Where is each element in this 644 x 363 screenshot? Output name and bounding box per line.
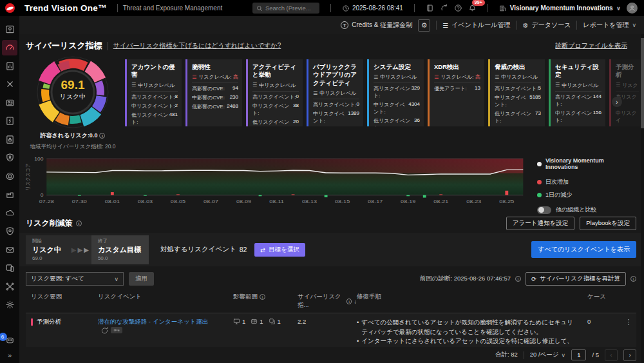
nav-zero-trust[interactable] — [2, 150, 17, 166]
search-input[interactable]: Search (Previe... — [252, 3, 319, 14]
nav-reports[interactable] — [2, 58, 17, 74]
release-notes-button[interactable] — [426, 4, 434, 12]
nav-ot-security[interactable] — [2, 187, 17, 202]
vertical-scrollbar[interactable] — [641, 34, 644, 363]
left-nav: 6 » — [0, 16, 19, 363]
compare-orgs-toggle[interactable] — [537, 206, 551, 214]
map-pin-icon — [5, 25, 15, 34]
goal-end-label: 終了 — [98, 238, 141, 244]
risk-score: 69.1 — [35, 79, 111, 91]
cards-scroll-right-button[interactable]: › — [612, 97, 622, 107]
nav-email-security[interactable] — [2, 242, 17, 257]
list-icon: ☰ — [442, 22, 448, 29]
attack-path-icon[interactable] — [101, 327, 108, 334]
nav-cloud-security[interactable] — [2, 205, 17, 221]
lightning-doc-icon — [5, 116, 15, 126]
risk-trend-section: 1000リスクスコア07-2807-3008-0108-0308-0508-07… — [19, 152, 644, 211]
increase-series-dot — [537, 180, 542, 184]
recalculate-button[interactable]: ⟳ サイバーリスク指標を再計算 — [526, 272, 626, 286]
nav-network[interactable] — [2, 168, 17, 184]
nav-automation[interactable] — [2, 113, 17, 129]
col-remediation[interactable]: 修復手順 — [357, 293, 381, 301]
current-page-input[interactable]: 1 — [571, 349, 586, 360]
help-button[interactable] — [454, 4, 462, 12]
monitor-icon — [233, 318, 240, 325]
card-title: アカウントの侵害 — [131, 63, 178, 79]
card-cloud-app-activity[interactable]: パブリッククラウドアプリのアクティビティ ☰中リスクレベル 高リスクイベント:0… — [307, 59, 363, 126]
nav-attack-surface[interactable] — [2, 21, 17, 37]
info-icon[interactable] — [76, 221, 82, 226]
cloud-icon — [5, 208, 15, 218]
svg-text:08-15: 08-15 — [335, 199, 350, 204]
col-risk-factor[interactable]: リスク要因 — [31, 293, 62, 301]
credits-settings-button[interactable]: ⚙ — [418, 19, 430, 32]
chart-doc-icon — [5, 61, 15, 71]
org-series-label: Visionary Momentum Innovations — [545, 157, 638, 170]
key-icon — [113, 328, 120, 333]
nav-policy[interactable] — [2, 132, 17, 147]
last-scan-label: 前回の診断: 2025-08-26 07:46:57 — [420, 275, 511, 283]
col-risk-event[interactable]: リスクイベント — [98, 293, 142, 301]
user-avatar[interactable] — [627, 3, 638, 14]
risk-event-link[interactable]: 潜在的な攻撃経路 - インターネット露出 — [98, 318, 209, 325]
nav-endpoint-security[interactable] — [2, 224, 17, 239]
swap-icon: ⇄ — [260, 246, 265, 253]
sidebar-expand-button[interactable]: » — [8, 351, 12, 359]
credits-button[interactable]: T Credits & 従量課金制 — [341, 21, 412, 30]
card-system-configuration[interactable]: システム設定 ☰中リスクレベル 高リスクイベント:329 中リスクイベント:43… — [367, 59, 424, 126]
support-button[interactable] — [440, 4, 448, 12]
top-bar: Trend Vision One™ Threat and Exposure Ma… — [0, 0, 644, 16]
card-threat-detection[interactable]: 脅威の検出 ☰中リスクレベル 高リスクイベント:5 中リスクイベント:5185 … — [488, 59, 545, 126]
info-icon[interactable] — [260, 294, 265, 300]
app-name: Threat and Exposure Management — [123, 5, 223, 12]
info-icon[interactable] — [515, 276, 521, 282]
risk-trend-chart[interactable]: 1000リスクスコア07-2807-3008-0108-0308-0508-07… — [23, 153, 529, 211]
card-vulnerabilities[interactable]: 脆弱性 ☰リスクレベル: 高 高影響のCVE:94 中影響のCVE:230 低影… — [185, 59, 242, 126]
nav-settings[interactable] — [2, 297, 17, 313]
risk-factor-filter-select[interactable]: リスク要因: すべて ∨ — [26, 272, 124, 286]
risk-gauge[interactable]: 69.1 リスク中 — [35, 55, 111, 129]
manage-reports-button[interactable]: レポートを管理 ∨ — [583, 21, 636, 30]
per-page-select[interactable]: 20 /ページ ∨ — [530, 351, 565, 359]
goal-end-value: 50.0 — [98, 255, 141, 261]
data-sources-button[interactable]: ⚙ データソース — [523, 21, 571, 30]
next-page-button[interactable]: › — [623, 349, 636, 361]
col-cases[interactable]: ケース — [587, 293, 606, 301]
scan-profile-link[interactable]: 診断プロファイルを表示 — [555, 41, 627, 50]
nav-mobile-security[interactable] — [2, 260, 17, 276]
event-rules-button[interactable]: ☰ イベントルール管理 — [442, 21, 510, 30]
key-chip[interactable] — [111, 327, 122, 333]
info-icon[interactable] — [346, 299, 352, 304]
card-xdr-detection[interactable]: XDR検出 ☰リスクレベル: 高 優先アラート:13 — [428, 59, 484, 126]
row-menu-button[interactable]: ⋮ — [621, 318, 636, 326]
nav-service-mesh[interactable] — [2, 279, 17, 294]
info-icon[interactable] — [99, 133, 105, 139]
playbook-settings-button[interactable]: Playbookを設定 — [580, 217, 636, 230]
info-icon[interactable] — [630, 276, 636, 282]
clock-icon — [342, 5, 350, 12]
scrollbar-thumb[interactable] — [641, 38, 644, 128]
nav-identity[interactable] — [2, 95, 17, 110]
nav-xdr[interactable] — [2, 77, 17, 92]
lower-risk-help-link[interactable]: サイバーリスク指標を下げるにはどうすればよいですか? — [113, 41, 281, 50]
gear-icon: ⚙ — [421, 21, 428, 30]
assistant-button[interactable]: 6 — [5, 335, 15, 348]
nav-risk-index-active[interactable] — [2, 40, 17, 55]
apply-filter-button[interactable]: 適用 — [129, 272, 154, 286]
svg-text:100: 100 — [34, 157, 43, 162]
card-activity-behavior[interactable]: アクティビティと挙動 ☰中リスクレベル 高リスクイベント:0 中リスクイベント:… — [246, 59, 303, 126]
shield-user-icon — [5, 153, 15, 162]
col-risk-score[interactable]: サイバーリスク指... — [298, 293, 345, 309]
select-goal-button[interactable]: ⇄ 目標を選択 — [254, 243, 305, 257]
card-security-configuration[interactable]: セキュリティ設定 ☰中リスクレベル 高リスクイベント:144 中リスクイベント:… — [549, 59, 605, 126]
card-account-compromise[interactable]: アカウントの侵害 ☰中リスクレベル 高リスクイベント:8 中リスクイベント:2 … — [125, 59, 182, 126]
alert-settings-button[interactable]: アラート通知を設定 — [506, 217, 574, 230]
col-impact-scope[interactable]: 影響範囲 — [233, 293, 258, 301]
card-predictive-analytics[interactable]: 予測分析 ☰リスク 高リスクイ 中リスクイ 低リスク — [609, 59, 640, 126]
tenant-selector[interactable]: Visionary Momentum Innovations ∨ — [499, 5, 621, 12]
notifications-button[interactable]: 99+ — [468, 4, 477, 12]
prev-page-button[interactable]: ‹ — [605, 349, 618, 361]
show-all-risk-events-button[interactable]: すべてのリスクイベントを表示 — [531, 241, 636, 258]
trend-micro-logo[interactable] — [0, 3, 19, 13]
chevron-down-icon: ∨ — [114, 276, 118, 282]
